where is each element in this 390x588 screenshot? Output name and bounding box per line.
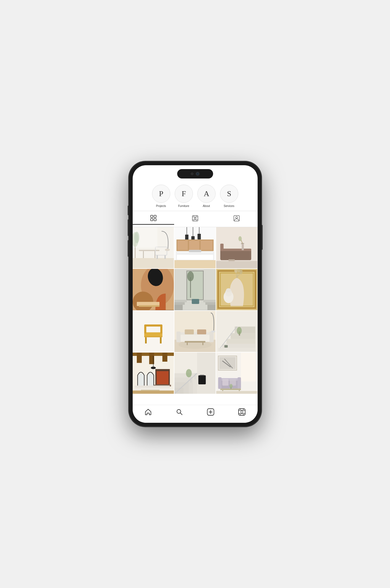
screen-content: P Projects F Furniture A About S Service… [133,165,258,423]
grid-cell-7[interactable] [133,311,174,352]
svg-rect-98 [176,332,213,335]
phone-screen: P Projects F Furniture A About S Service… [133,165,258,423]
svg-rect-37 [177,240,188,250]
svg-rect-4 [192,216,198,221]
svg-rect-111 [226,339,255,344]
svg-rect-106 [202,343,203,345]
highlight-about[interactable]: A About [197,185,216,208]
reels-nav-icon [238,408,245,417]
svg-rect-100 [210,331,214,342]
svg-rect-122 [162,353,167,362]
grid-cell-9[interactable] [216,311,257,352]
svg-rect-105 [187,343,188,345]
home-icon [145,408,152,417]
highlight-furniture[interactable]: F Furniture [175,185,193,208]
svg-rect-86 [133,311,174,352]
photo-grid [133,227,258,394]
highlight-about-circle: A [197,185,216,203]
grid-cell-10[interactable] [133,353,174,394]
tab-reels[interactable] [174,213,216,225]
svg-rect-155 [238,377,241,389]
volume-down-button [128,240,129,257]
svg-point-51 [239,236,242,241]
svg-rect-143 [198,375,206,384]
profile-icon [234,215,240,223]
svg-rect-33 [197,234,201,240]
highlight-services-circle: S [220,185,238,203]
svg-rect-2 [151,219,153,221]
svg-rect-149 [219,357,235,369]
highlight-furniture-circle: F [175,185,193,203]
svg-rect-93 [144,324,162,326]
svg-rect-90 [144,332,162,336]
grid-cell-2[interactable] [174,227,216,268]
svg-rect-102 [197,329,206,334]
svg-point-13 [236,217,238,219]
tab-grid[interactable] [133,213,174,225]
highlight-about-label: About [203,204,210,208]
grid-cell-8[interactable] [174,311,216,352]
svg-rect-52 [216,261,257,268]
svg-rect-89 [160,337,161,343]
svg-rect-15 [133,258,174,268]
svg-rect-46 [220,244,224,251]
svg-rect-153 [218,378,241,381]
svg-rect-31 [185,235,189,240]
svg-rect-92 [160,325,162,334]
svg-rect-99 [176,331,180,342]
svg-rect-124 [156,371,168,384]
search-icon [176,408,183,417]
highlight-services-label: Services [224,204,234,208]
highlight-projects[interactable]: P Projects [152,185,170,208]
svg-rect-68 [207,305,216,310]
mute-button [128,206,129,215]
svg-point-70 [187,271,194,281]
grid-cell-12[interactable] [216,353,257,394]
nav-home[interactable] [133,408,164,417]
nav-search[interactable] [164,408,195,417]
svg-point-116 [237,327,242,334]
nav-reels[interactable] [226,408,258,417]
svg-point-142 [186,369,192,377]
svg-rect-40 [189,250,201,252]
grid-cell-5[interactable] [174,269,216,310]
svg-rect-147 [241,353,258,382]
svg-line-165 [180,413,182,415]
highlight-services[interactable]: S Services [220,185,238,208]
svg-rect-97 [176,334,213,342]
grid-cell-4[interactable] [133,269,174,310]
tab-profile[interactable] [216,213,258,225]
svg-rect-41 [174,260,216,268]
grid-cell-3[interactable] [216,227,257,268]
nav-add[interactable] [195,408,226,417]
highlight-projects-label: Projects [156,204,166,208]
grid-cell-1[interactable] [133,227,174,268]
phone-mockup: P Projects F Furniture A About S Service… [129,161,261,427]
svg-point-170 [241,411,243,413]
svg-rect-109 [218,348,255,351]
svg-rect-3 [154,219,156,221]
svg-point-78 [226,288,231,293]
svg-rect-64 [174,302,185,305]
grid-cell-11[interactable] [174,353,216,394]
svg-rect-71 [192,299,199,304]
svg-rect-112 [231,333,255,339]
svg-rect-63 [174,300,187,302]
svg-rect-17 [143,251,144,258]
svg-rect-101 [185,329,194,334]
svg-point-103 [211,330,215,332]
notch [177,169,213,179]
tab-bar [133,211,258,227]
grid-cell-6[interactable] [216,269,257,310]
svg-rect-67 [205,302,216,305]
svg-rect-152 [218,379,241,389]
svg-rect-134 [197,353,216,394]
reels-icon [192,215,198,223]
scrollable-area[interactable] [133,227,258,405]
svg-rect-0 [151,215,153,217]
svg-point-5 [194,217,196,219]
notch-camera [196,172,200,176]
notch-speaker [191,172,193,175]
svg-point-162 [229,384,233,388]
main-content: P Projects F Furniture A About S Service… [133,165,258,423]
